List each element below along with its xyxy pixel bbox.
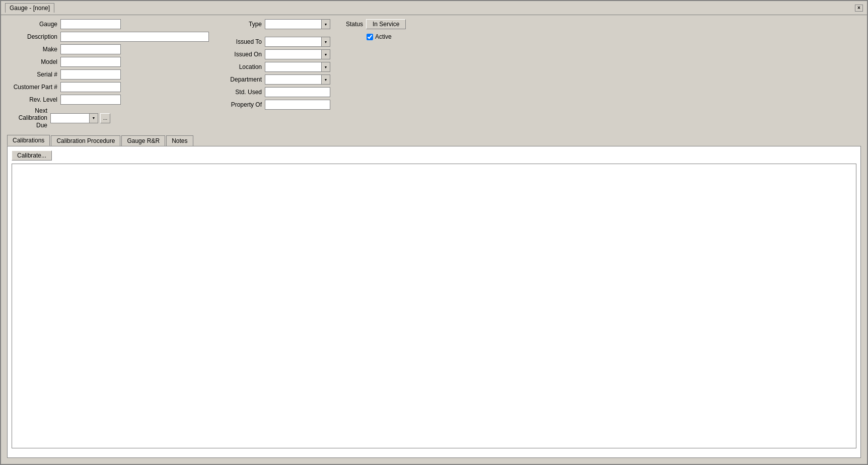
- next-cal-browse-button[interactable]: ...: [100, 113, 110, 123]
- tab-notes[interactable]: Notes: [166, 135, 193, 146]
- tabs-header: Calibrations Calibration Procedure Gauge…: [7, 135, 861, 146]
- top-form: Gauge Description Make Model Serial #: [1, 15, 867, 131]
- title-bar: Gauge - [none] ×: [1, 1, 867, 15]
- title-bar-left: Gauge - [none]: [5, 3, 54, 13]
- make-input[interactable]: [60, 44, 121, 54]
- std-used-input[interactable]: [265, 87, 330, 97]
- issued-on-label: Issued On: [224, 51, 262, 58]
- active-row: Active: [367, 33, 406, 40]
- active-label: Active: [375, 33, 392, 40]
- tab-calibration-procedure[interactable]: Calibration Procedure: [51, 135, 120, 146]
- property-of-label: Property Of: [224, 101, 262, 108]
- make-row: Make: [7, 44, 209, 54]
- model-label: Model: [7, 58, 57, 65]
- description-row: Description: [7, 32, 209, 42]
- tab-gauge-rr[interactable]: Gauge R&R: [121, 135, 165, 146]
- next-cal-controls: ...: [50, 113, 110, 123]
- gauge-label: Gauge: [7, 21, 57, 28]
- customer-part-row: Customer Part #: [7, 82, 209, 92]
- calibrations-grid: [12, 164, 856, 448]
- make-label: Make: [7, 46, 57, 53]
- left-fields: Gauge Description Make Model Serial #: [7, 19, 209, 129]
- issued-on-select[interactable]: [265, 49, 330, 59]
- next-cal-label: Next Calibration Due: [7, 107, 47, 129]
- main-window: Gauge - [none] × Gauge Description Make: [0, 0, 868, 465]
- issued-to-select-wrapper: [265, 37, 330, 47]
- serial-label: Serial #: [7, 71, 57, 78]
- tabs-container: Calibrations Calibration Procedure Gauge…: [1, 135, 867, 458]
- tab-calibrations[interactable]: Calibrations: [7, 135, 50, 146]
- model-row: Model: [7, 57, 209, 67]
- location-select-wrapper: [265, 62, 330, 72]
- status-button[interactable]: In Service: [366, 19, 406, 29]
- active-checkbox[interactable]: [367, 34, 373, 40]
- next-cal-select[interactable]: [50, 113, 98, 123]
- property-of-row: Property Of: [224, 100, 330, 110]
- status-row: Status In Service: [340, 19, 406, 29]
- close-button[interactable]: ×: [855, 5, 863, 12]
- next-cal-select-wrapper: [50, 113, 98, 123]
- status-label: Status: [340, 21, 363, 28]
- gauge-input[interactable]: [60, 19, 121, 29]
- status-section: Status In Service Active: [340, 19, 406, 129]
- window-tab[interactable]: Gauge - [none]: [5, 3, 54, 13]
- issued-to-select[interactable]: [265, 37, 330, 47]
- property-of-input[interactable]: [265, 100, 330, 110]
- calibrate-button[interactable]: Calibrate...: [12, 150, 52, 161]
- description-input[interactable]: [60, 32, 209, 42]
- customer-part-label: Customer Part #: [7, 84, 57, 91]
- serial-input[interactable]: [60, 69, 121, 80]
- tab-content-area: Calibrate...: [7, 146, 861, 458]
- model-input[interactable]: [60, 57, 121, 67]
- rev-level-label: Rev. Level: [7, 96, 57, 103]
- issued-to-label: Issued To: [224, 38, 262, 45]
- rev-level-input[interactable]: [60, 95, 121, 105]
- description-label: Description: [7, 33, 57, 40]
- spacer1: [224, 32, 330, 34]
- type-label: Type: [224, 21, 262, 28]
- department-label: Department: [224, 76, 262, 83]
- location-label: Location: [224, 63, 262, 70]
- issued-on-select-wrapper: [265, 49, 330, 59]
- std-used-row: Std. Used: [224, 87, 330, 97]
- type-select-wrapper: [265, 19, 330, 29]
- department-select[interactable]: [265, 74, 330, 85]
- department-row: Department: [224, 74, 330, 85]
- issued-to-row: Issued To: [224, 37, 330, 47]
- location-select[interactable]: [265, 62, 330, 72]
- type-select[interactable]: [265, 19, 330, 29]
- next-cal-row: Next Calibration Due ...: [7, 107, 209, 129]
- issued-on-row: Issued On: [224, 49, 330, 59]
- location-row: Location: [224, 62, 330, 72]
- serial-row: Serial #: [7, 69, 209, 80]
- gauge-row: Gauge: [7, 19, 209, 29]
- middle-fields: Type Issued To: [224, 19, 330, 129]
- department-select-wrapper: [265, 74, 330, 85]
- customer-part-input[interactable]: [60, 82, 121, 92]
- rev-level-row: Rev. Level: [7, 95, 209, 105]
- std-used-label: Std. Used: [224, 89, 262, 96]
- type-row: Type: [224, 19, 330, 29]
